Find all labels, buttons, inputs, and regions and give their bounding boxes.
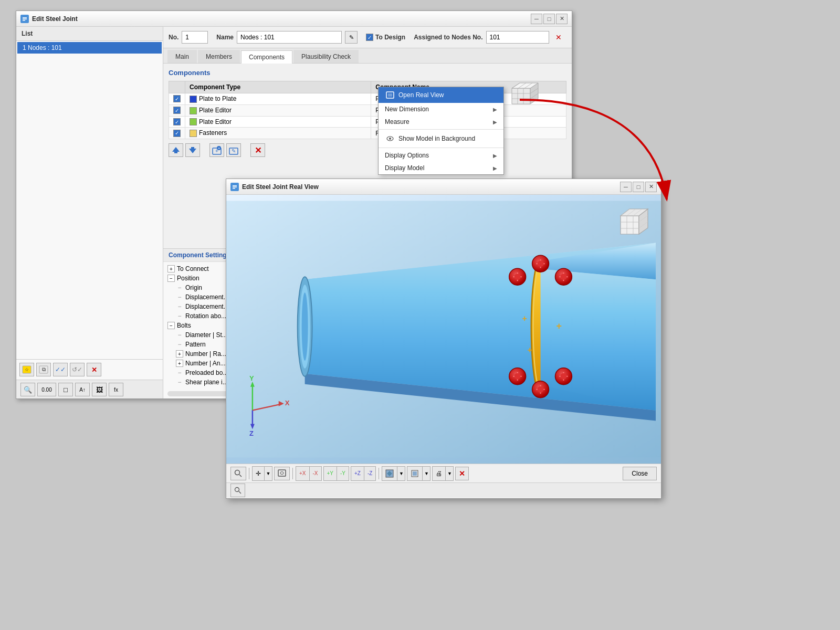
- ctx-label: Display Model: [385, 164, 424, 172]
- bottom-rect-btn[interactable]: □: [58, 383, 73, 396]
- rv-print-btn[interactable]: 🖨: [433, 467, 446, 480]
- rv-shade-dropdown[interactable]: ▼: [397, 467, 405, 480]
- row-check[interactable]: ✓: [169, 116, 185, 128]
- viewport-cube-container[interactable]: [615, 203, 653, 242]
- ctx-display-options[interactable]: Display Options ▶: [379, 149, 503, 162]
- rv-status-search-btn[interactable]: [230, 484, 245, 497]
- rv-close-button[interactable]: ✕: [645, 182, 657, 192]
- tabs-bar: Main Members Components Plausibility Che…: [163, 48, 572, 64]
- svg-point-105: [235, 487, 239, 491]
- row-type: Plate Editor: [185, 104, 371, 116]
- bottom-num-btn[interactable]: 0.00: [37, 383, 56, 396]
- rv-move-dropdown[interactable]: ▼: [265, 467, 272, 480]
- rv-view-btn[interactable]: [274, 467, 290, 480]
- rv-render-btn[interactable]: [407, 467, 423, 480]
- name-edit-button[interactable]: ✎: [345, 31, 358, 44]
- ctx-new-dimension[interactable]: New Dimension ▶: [379, 103, 503, 116]
- rv-bottom-toolbar: ✛ ▼ +X -X +Y -Y +Z -Z: [226, 464, 661, 482]
- no-input[interactable]: [182, 31, 208, 44]
- rv-shade1-btn[interactable]: [382, 467, 397, 480]
- axis-btn-group-y: +Y -Y: [323, 466, 350, 481]
- svg-point-56: [514, 274, 521, 280]
- rv-yminus-btn[interactable]: -Y: [337, 467, 349, 480]
- table-row[interactable]: ✓ Plate Editor Plate Editor 2: [169, 116, 566, 128]
- expand-bolts[interactable]: −: [167, 322, 175, 329]
- row-type: Plate Editor: [185, 116, 371, 128]
- ctx-open-real-view[interactable]: Open Real View: [379, 87, 503, 103]
- rv-move-btn[interactable]: ✛: [253, 467, 265, 480]
- 3d-cube-context: [504, 78, 541, 116]
- row-check[interactable]: ✓: [169, 104, 185, 116]
- expand-position[interactable]: −: [167, 275, 175, 282]
- tree-label: Number | An...: [185, 360, 225, 367]
- rv-render-dropdown[interactable]: ▼: [423, 467, 430, 480]
- svg-rect-38: [233, 185, 237, 186]
- rv-zminus-btn[interactable]: -Z: [364, 467, 375, 480]
- bottom-search-btn[interactable]: 🔍: [20, 383, 35, 396]
- rv-xminus-btn[interactable]: -X: [310, 467, 321, 480]
- minimize-button[interactable]: ─: [531, 14, 542, 24]
- rv-exit-btn[interactable]: ✕: [455, 467, 469, 480]
- close-main-button[interactable]: ✕: [556, 14, 568, 24]
- tab-main[interactable]: Main: [167, 50, 197, 63]
- comp-move-up-btn[interactable]: [169, 143, 183, 157]
- components-section-title: Components: [169, 69, 566, 77]
- comp-move-down-btn[interactable]: [185, 143, 200, 157]
- tree-label: Diameter | St...: [185, 331, 227, 339]
- rv-title-bar: Edit Steel Joint Real View ─ □ ✕: [226, 179, 661, 195]
- title-bar-left: Edit Steel Joint: [20, 15, 78, 23]
- list-btn-4[interactable]: ↺✓: [70, 363, 85, 376]
- color-swatch: [190, 118, 197, 125]
- list-item[interactable]: 1 Nodes : 101: [17, 42, 162, 54]
- rv-minimize-button[interactable]: ─: [620, 182, 632, 192]
- tab-components[interactable]: Components: [241, 50, 292, 64]
- rv-yplus-btn[interactable]: +Y: [324, 467, 338, 480]
- to-design-checkbox[interactable]: ✓: [366, 34, 373, 41]
- ctx-display-model[interactable]: Display Model ▶: [379, 162, 503, 174]
- ctx-show-model[interactable]: Show Model in Background: [379, 131, 503, 146]
- list-btn-2[interactable]: ⧉: [36, 363, 51, 376]
- bottom-func-btn[interactable]: fx: [109, 383, 123, 396]
- name-input[interactable]: [237, 31, 342, 44]
- assigned-clear-button[interactable]: ✕: [552, 31, 565, 44]
- ctx-label: Show Model in Background: [398, 135, 475, 142]
- comp-toolbar: ++ ✎ ✕: [169, 143, 566, 157]
- table-row[interactable]: ✓ Fasteners Fasteners 1: [169, 128, 566, 139]
- rv-zplus-btn[interactable]: +Z: [351, 467, 364, 480]
- svg-marker-12: [189, 149, 196, 153]
- bottom-view-btn[interactable]: 🖼: [92, 383, 107, 396]
- rv-xplus-btn[interactable]: +X: [296, 467, 310, 480]
- list-btn-checkmark[interactable]: ✓✓: [53, 363, 68, 376]
- tree-label: Shear plane i...: [185, 379, 228, 386]
- maximize-button[interactable]: □: [543, 14, 555, 24]
- comp-add-btn[interactable]: ++: [209, 143, 224, 157]
- separator-1: [379, 129, 503, 130]
- rv-close-bottom-btn[interactable]: Close: [623, 467, 657, 480]
- viewport-area[interactable]: + + + Y X Z: [226, 195, 661, 464]
- expand-number-ra[interactable]: +: [176, 350, 183, 358]
- rv-maximize-button[interactable]: □: [633, 182, 644, 192]
- tab-members[interactable]: Members: [198, 50, 240, 63]
- svg-text:+: +: [528, 345, 532, 354]
- assigned-input[interactable]: [486, 31, 549, 44]
- list-btn-1[interactable]: ☆: [19, 363, 34, 376]
- comp-edit-btn[interactable]: ✎: [226, 143, 241, 157]
- tree-label: To Connect: [177, 265, 209, 272]
- list-delete-button[interactable]: ✕: [87, 363, 101, 376]
- expand-to-connect[interactable]: +: [167, 265, 175, 272]
- row-check[interactable]: ✓: [169, 128, 185, 139]
- ctx-measure[interactable]: Measure ▶: [379, 116, 503, 128]
- tab-plausibility[interactable]: Plausibility Check: [293, 50, 359, 63]
- expand-number-an[interactable]: +: [176, 360, 183, 367]
- svg-rect-3: [23, 20, 25, 21]
- svg-point-52: [538, 260, 544, 267]
- row-check[interactable]: ✓: [169, 93, 185, 105]
- rv-toolbar-left: ✛ ▼ +X -X +Y -Y +Z -Z: [230, 466, 469, 481]
- arrow-icon: ▶: [493, 165, 497, 171]
- comp-delete-btn[interactable]: ✕: [250, 143, 265, 157]
- rv-print-dropdown[interactable]: ▼: [446, 467, 453, 480]
- to-design-field: ✓ To Design: [366, 34, 405, 41]
- svg-text:+: +: [218, 146, 220, 151]
- bottom-text-btn[interactable]: A↑: [75, 383, 90, 396]
- rv-search-btn[interactable]: [230, 467, 246, 480]
